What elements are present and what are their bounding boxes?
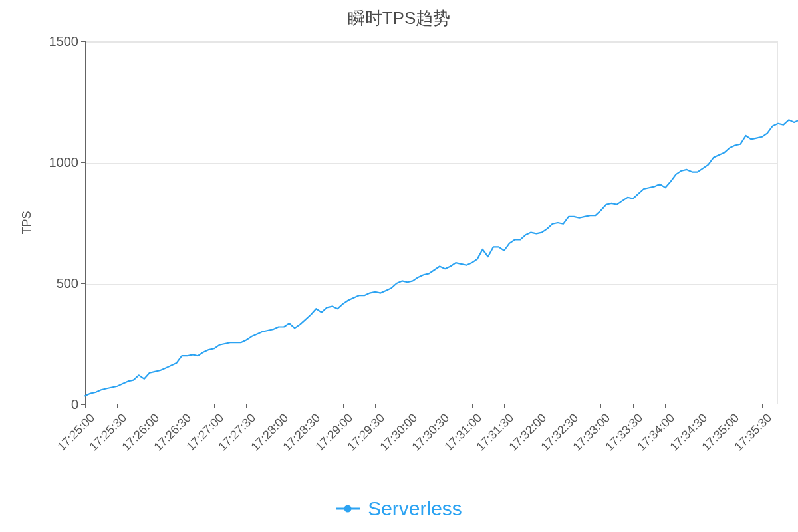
x-tick-mark <box>537 404 537 408</box>
y-tick-mark <box>81 41 85 42</box>
y-tick-mark <box>81 283 85 284</box>
chart-title: 瞬时TPS趋势 <box>0 7 798 30</box>
x-tick-mark <box>472 404 473 408</box>
x-tick-mark <box>182 404 182 408</box>
x-tick-mark <box>698 404 698 408</box>
y-tick-label: 500 <box>25 276 78 291</box>
x-tick-mark <box>246 404 247 408</box>
x-tick-mark <box>117 404 118 408</box>
x-tick-mark <box>150 404 150 408</box>
y-axis-title: TPS <box>20 211 34 234</box>
x-tick-mark <box>730 404 730 408</box>
x-tick-mark <box>311 404 311 408</box>
x-tick-mark <box>440 404 440 408</box>
legend: Serverless <box>0 497 798 520</box>
series-line-serverless <box>85 90 798 396</box>
x-tick-mark <box>600 404 601 408</box>
x-tick-mark <box>665 404 666 408</box>
x-tick-mark <box>569 404 569 408</box>
x-tick-mark <box>762 404 763 408</box>
x-tick-mark <box>279 404 279 408</box>
y-tick-label: 0 <box>25 397 78 412</box>
x-tick-mark <box>408 404 408 408</box>
x-tick-mark <box>633 404 634 408</box>
x-tick-mark <box>375 404 376 408</box>
y-tick-label: 1000 <box>25 155 78 170</box>
legend-swatch-icon <box>336 505 360 513</box>
x-tick-mark <box>214 404 215 408</box>
x-tick-mark <box>504 404 505 408</box>
chart-line-layer <box>85 41 778 404</box>
legend-label: Serverless <box>368 497 462 520</box>
x-tick-mark <box>343 404 344 408</box>
y-tick-label: 1500 <box>25 34 78 49</box>
y-tick-mark <box>81 162 85 163</box>
x-tick-mark <box>85 404 86 408</box>
legend-item-serverless[interactable]: Serverless <box>336 497 462 520</box>
